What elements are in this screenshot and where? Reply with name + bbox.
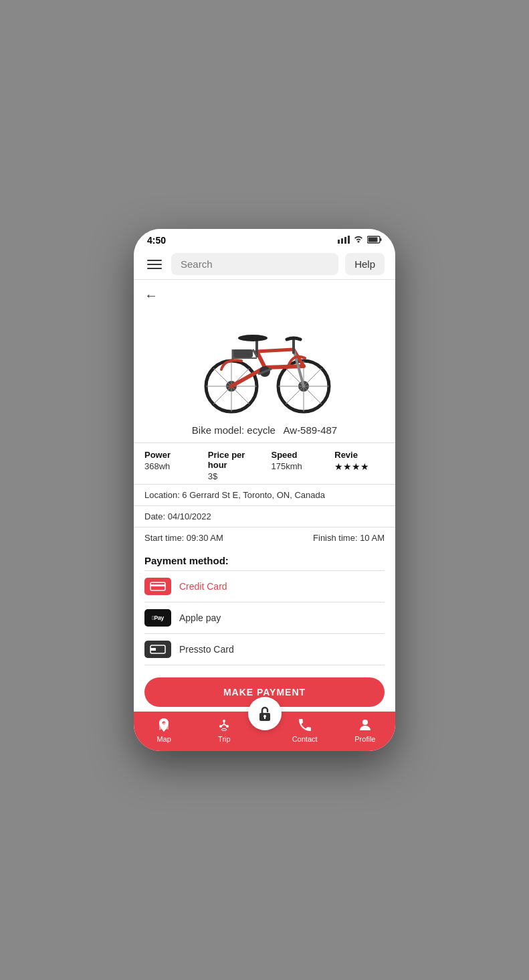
nav-profile[interactable]: Profile: [335, 717, 395, 743]
svg-point-26: [238, 335, 268, 341]
search-input[interactable]: [171, 253, 338, 275]
start-time-text: Start time: 09:30 AM: [144, 533, 223, 543]
svg-point-44: [221, 729, 227, 731]
location-row: Location: 6 Gerrard St E, Toronto, ON, C…: [134, 484, 395, 505]
hamburger-line-3: [147, 268, 162, 269]
svg-rect-35: [150, 584, 165, 586]
nav-trip-label: Trip: [218, 735, 231, 743]
finish-time-text: Finish time: 10 AM: [313, 533, 385, 543]
credit-card-icon: [144, 578, 171, 595]
pressto-option[interactable]: Pressto Card: [144, 634, 385, 665]
back-button[interactable]: ←: [134, 280, 169, 306]
lock-button[interactable]: [248, 697, 282, 730]
help-button[interactable]: Help: [345, 253, 385, 275]
specs-header: Power 368wh Price per hour 3$ Speed 175k…: [144, 450, 385, 484]
contact-icon: [297, 717, 313, 733]
nav-trip[interactable]: Trip: [194, 717, 254, 743]
svg-rect-1: [341, 238, 343, 244]
speed-label: Speed: [272, 450, 322, 460]
credit-card-label: Credit Card: [179, 581, 227, 592]
payment-options: Credit Card Pay Apple pay Pressto Card: [144, 570, 385, 665]
date-text: Date: 04/10/2022: [144, 511, 211, 521]
menu-button[interactable]: [144, 257, 165, 272]
status-bar: 4:50: [134, 229, 395, 249]
nav-contact[interactable]: Contact: [275, 717, 335, 743]
pressto-label: Pressto Card: [179, 644, 234, 655]
price-value: 3$: [208, 471, 258, 481]
location-text: Location: 6 Gerrard St E, Toronto, ON, C…: [144, 490, 325, 500]
nav-map-label: Map: [156, 735, 171, 743]
main-content: ←: [134, 280, 395, 712]
top-nav: Help: [134, 249, 395, 280]
svg-rect-37: [150, 648, 156, 651]
status-icons: [338, 234, 382, 246]
bottom-nav: Map Trip Contact Pro: [134, 712, 395, 751]
trip-icon: [216, 717, 232, 733]
svg-line-22: [257, 349, 294, 351]
specs-section: Power 368wh Price per hour 3$ Speed 175k…: [134, 442, 395, 484]
bike-image-area: [134, 306, 395, 420]
times-row: Start time: 09:30 AM Finish time: 10 AM: [134, 527, 395, 548]
power-label: Power: [144, 450, 195, 460]
map-icon: [156, 717, 172, 733]
svg-point-41: [223, 720, 225, 722]
speed-col: Speed 175kmh: [272, 450, 322, 481]
payment-title: Payment method:: [144, 555, 385, 566]
phone-frame: 4:50 Help ←: [134, 229, 395, 751]
svg-rect-6: [368, 238, 378, 242]
pressto-icon: [144, 641, 171, 658]
power-col: Power 368wh: [144, 450, 195, 481]
date-row: Date: 04/10/2022: [134, 505, 395, 527]
power-value: 368wh: [144, 461, 195, 471]
review-label: Revie: [334, 450, 385, 460]
nav-map[interactable]: Map: [134, 717, 194, 743]
signal-icon: [338, 236, 350, 246]
svg-rect-3: [348, 236, 350, 244]
review-col: Revie ★★★★: [334, 450, 385, 481]
lock-icon: [256, 705, 274, 722]
apple-pay-icon: Pay: [144, 609, 171, 627]
bike-model-text: Bike model: ecycle Aw-589-487: [134, 420, 395, 442]
payment-section: Payment method: Credit Card Pay Apple p…: [134, 548, 395, 668]
wifi-icon: [353, 234, 364, 246]
nav-profile-label: Profile: [354, 735, 375, 743]
status-time: 4:50: [147, 235, 166, 246]
price-col: Price per hour 3$: [208, 450, 258, 481]
apple-pay-option[interactable]: Pay Apple pay: [144, 602, 385, 634]
svg-point-45: [362, 720, 368, 725]
credit-card-option[interactable]: Credit Card: [144, 571, 385, 602]
svg-rect-30: [233, 349, 253, 357]
bike-image: [185, 313, 345, 416]
profile-icon: [357, 717, 373, 733]
svg-rect-0: [338, 240, 340, 244]
hamburger-line-1: [147, 260, 162, 261]
svg-rect-40: [264, 716, 266, 719]
apple-pay-label: Apple pay: [179, 612, 221, 623]
svg-rect-2: [344, 237, 346, 244]
speed-value: 175kmh: [272, 461, 322, 471]
price-label: Price per hour: [208, 450, 258, 470]
svg-rect-5: [380, 238, 382, 241]
hamburger-line-2: [147, 264, 162, 265]
review-stars: ★★★★: [334, 461, 385, 472]
nav-contact-label: Contact: [292, 735, 318, 743]
battery-icon: [367, 234, 382, 246]
